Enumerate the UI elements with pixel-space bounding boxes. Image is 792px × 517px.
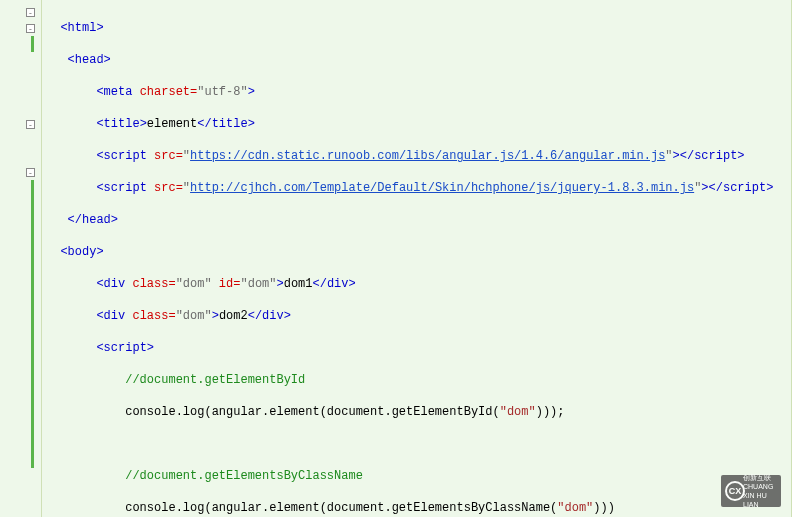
gutter-line: [0, 260, 41, 276]
gutter-line: [0, 100, 41, 116]
code-line: <script src="https://cdn.static.runoob.c…: [46, 148, 791, 164]
code-line: <html>: [46, 20, 791, 36]
fold-icon[interactable]: -: [26, 168, 35, 177]
change-bar: [31, 276, 34, 292]
gutter-line: [0, 452, 41, 468]
code-line: <head>: [46, 52, 791, 68]
gutter-line: [0, 340, 41, 356]
gutter-line: [0, 292, 41, 308]
fold-icon[interactable]: -: [26, 24, 35, 33]
change-bar: [31, 420, 34, 436]
gutter-line: [0, 148, 41, 164]
gutter-line: [0, 436, 41, 452]
code-line: //document.getElementsByClassName: [46, 468, 791, 484]
gutter-line: [0, 52, 41, 68]
gutter-line: -: [0, 164, 41, 180]
change-bar: [31, 212, 34, 228]
change-bar: [31, 324, 34, 340]
change-bar: [31, 244, 34, 260]
gutter-line: [0, 84, 41, 100]
gutter-line: -: [0, 116, 41, 132]
watermark-text: 创新互联CHUANG XIN HU LIAN: [743, 473, 781, 509]
change-bar: [31, 196, 34, 212]
gutter-line: [0, 484, 41, 500]
change-bar: [31, 452, 34, 468]
gutter-line: [0, 276, 41, 292]
gutter-line: [0, 212, 41, 228]
code-line: <div class="dom">dom2</div>: [46, 308, 791, 324]
change-bar: [31, 340, 34, 356]
change-bar: [31, 372, 34, 388]
fold-icon[interactable]: -: [26, 120, 35, 129]
watermark-logo: CX 创新互联CHUANG XIN HU LIAN: [721, 475, 781, 507]
code-line: [46, 436, 791, 452]
code-line: <meta charset="utf-8">: [46, 84, 791, 100]
gutter-line: -: [0, 4, 41, 20]
watermark-icon: CX: [725, 481, 745, 501]
code-line: console.log(angular.element(document.get…: [46, 404, 791, 420]
change-bar: [31, 36, 34, 52]
gutter: - - - -: [0, 0, 42, 517]
gutter-line: [0, 324, 41, 340]
change-bar: [31, 180, 34, 196]
gutter-line: [0, 68, 41, 84]
gutter-line: [0, 180, 41, 196]
change-bar: [31, 292, 34, 308]
code-line: <title>element</title>: [46, 116, 791, 132]
change-bar: [31, 228, 34, 244]
code-line: <body>: [46, 244, 791, 260]
code-area[interactable]: <html> <head> <meta charset="utf-8"> <ti…: [42, 0, 791, 517]
code-line: console.log(angular.element(document.get…: [46, 500, 791, 516]
fold-icon[interactable]: -: [26, 8, 35, 17]
code-editor[interactable]: - - - - <html> <head> <meta charse: [0, 0, 792, 517]
change-bar: [31, 356, 34, 372]
code-line: </head>: [46, 212, 791, 228]
change-bar: [31, 436, 34, 452]
gutter-line: [0, 468, 41, 484]
change-bar: [31, 388, 34, 404]
gutter-line: [0, 388, 41, 404]
code-line: <script src="http://cjhch.com/Template/D…: [46, 180, 791, 196]
change-bar: [31, 308, 34, 324]
code-line: //document.getElementById: [46, 372, 791, 388]
gutter-line: [0, 356, 41, 372]
code-line: <div class="dom" id="dom">dom1</div>: [46, 276, 791, 292]
gutter-line: [0, 36, 41, 52]
change-bar: [31, 404, 34, 420]
gutter-line: [0, 404, 41, 420]
gutter-line: [0, 244, 41, 260]
change-bar: [31, 260, 34, 276]
gutter-line: [0, 420, 41, 436]
gutter-line: [0, 132, 41, 148]
gutter-line: [0, 308, 41, 324]
gutter-line: [0, 228, 41, 244]
gutter-line: [0, 196, 41, 212]
code-line: <script>: [46, 340, 791, 356]
gutter-line: [0, 372, 41, 388]
gutter-line: -: [0, 20, 41, 36]
